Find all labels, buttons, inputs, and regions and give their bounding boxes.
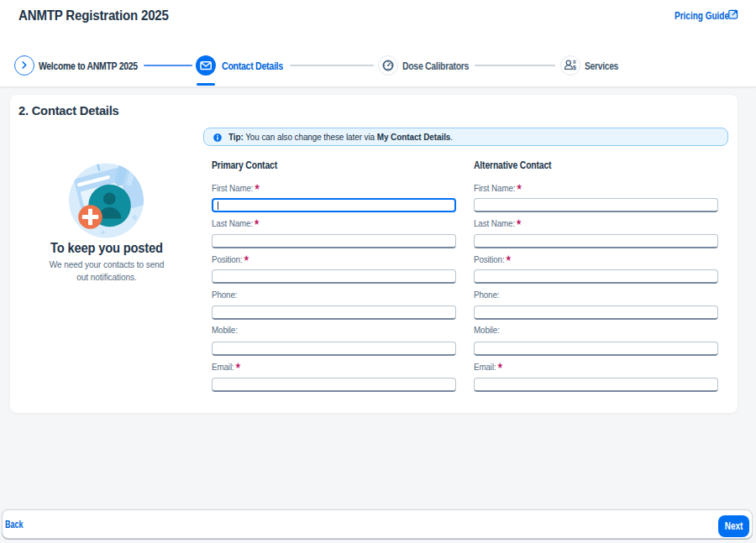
- svg-text:$: $: [573, 64, 577, 71]
